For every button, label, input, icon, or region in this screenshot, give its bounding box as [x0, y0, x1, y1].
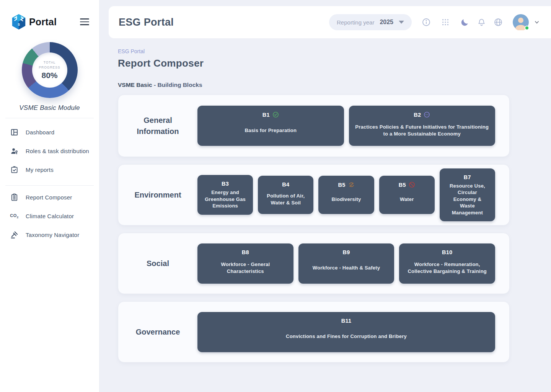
block-code: B10 [442, 249, 453, 255]
co2-icon: CO2 [10, 212, 19, 220]
block-title: Workforce - Health & Safety [313, 255, 380, 278]
progress-donut-center: TOTALPROGRESS 80% [32, 52, 67, 88]
row-environment: Environment B3 Energy and Greenhouse Gas… [118, 164, 510, 225]
progress-label: TOTALPROGRESS [39, 60, 60, 70]
breadcrumb[interactable]: ESG Portal [118, 48, 510, 54]
chevron-down-icon [399, 21, 404, 24]
block-code: B9 [342, 249, 350, 255]
block-title: Pollution of Air, Water & Soil [264, 188, 307, 209]
status-in-progress-icon [424, 111, 430, 118]
block-card-b10[interactable]: B10 Workforce - Remuneration, Collective… [399, 243, 495, 284]
module-label: VSME Basic Module [0, 104, 99, 112]
sidebar-item-climate-calculator[interactable]: CO2 Climate Calculator [0, 207, 99, 225]
sidebar-item-label: Climate Calculator [26, 213, 74, 219]
sidebar-item-dashboard[interactable]: Dashboard [0, 123, 99, 142]
block-title: Basis for Preparation [245, 118, 297, 140]
block-title: Workforce - Remuneration, Collective Bar… [405, 255, 489, 278]
page-title: Report Composer [118, 57, 510, 69]
logo-row: S Portal [0, 0, 99, 33]
row-label: Environment [118, 165, 197, 225]
block-code: B5 [338, 182, 345, 188]
block-title: Biodiversity [332, 188, 361, 209]
block-card-b11[interactable]: B11 Convictions and Fines for Corruption… [197, 312, 495, 352]
sidebar-item-roles[interactable]: Roles & task distribution [0, 142, 99, 160]
block-code: B2 [414, 112, 421, 118]
block-title: Resource Use, Circular Economy & Waste M… [446, 180, 489, 216]
section-title: VSME Basic - Building Blocks [118, 82, 510, 88]
avatar[interactable] [513, 14, 529, 30]
block-card-b2[interactable]: B2 Practices Policies & Future Initiativ… [349, 106, 496, 146]
building-blocks: General Information B1 Basis for Prepara… [118, 95, 510, 363]
row-cards: B3 Energy and Greenhouse Gas Emissions B… [197, 165, 509, 225]
sidebar-item-label: Report Composer [26, 194, 72, 201]
block-card-b1[interactable]: B1 Basis for Preparation [197, 106, 344, 146]
divider [5, 185, 94, 186]
block-card-b3[interactable]: B3 Energy and Greenhouse Gas Emissions [197, 175, 253, 215]
block-card-b5-biodiversity[interactable]: B5 Biodiversity [318, 176, 374, 214]
moon-icon[interactable] [460, 18, 469, 27]
icon-cluster [460, 18, 503, 27]
row-general-information: General Information B1 Basis for Prepara… [118, 95, 510, 157]
progress-value: 80% [41, 71, 57, 80]
online-status-dot [525, 26, 529, 30]
sidebar-nav: Dashboard Roles & task distribution [0, 121, 99, 244]
block-title: Water [400, 188, 414, 209]
divider [5, 118, 94, 118]
row-label: General Information [118, 95, 197, 157]
row-cards: B1 Basis for Preparation B2 [197, 95, 509, 157]
brand-name: Portal [29, 16, 80, 28]
reporting-year-value: 2025 [380, 19, 393, 26]
block-title: Energy and Greenhouse Gas Emissions [204, 187, 247, 209]
apps-grid-icon[interactable] [441, 18, 450, 27]
sidebar-item-my-reports[interactable]: My reports [0, 160, 99, 179]
globe-icon[interactable] [494, 18, 503, 27]
status-pending-changes-icon [348, 181, 355, 188]
section-title-strong: VSME Basic [118, 82, 152, 88]
section-title-rest: - Building Blocks [152, 82, 202, 88]
svg-text:S: S [18, 23, 20, 26]
block-code: B3 [222, 181, 229, 187]
block-title: Practices Policies & Future Initiatives … [355, 118, 489, 140]
row-cards: B11 Convictions and Fines for Corruption… [197, 302, 509, 362]
info-icon[interactable] [422, 18, 431, 27]
gavel-icon [10, 230, 19, 239]
reporting-year-label: Reporting year [337, 19, 374, 26]
block-card-b9[interactable]: B9 Workforce - Health & Safety [298, 243, 395, 284]
row-label: Social [118, 233, 197, 294]
sidebar-item-label: Taxonomy Navigator [26, 232, 79, 238]
sidebar-item-label: Roles & task distribution [26, 148, 89, 154]
row-cards: B8 Workforce - General Characteristics B… [197, 233, 509, 294]
sidebar: S Portal TOTALPROGRESS 80% VSME Basic Mo… [0, 0, 99, 392]
esg-cube-logo-icon: S [11, 14, 26, 30]
block-code: B4 [282, 181, 289, 188]
block-code: B5 [399, 182, 406, 188]
block-title: Workforce - General Characteristics [204, 255, 287, 278]
block-card-b4[interactable]: B4 Pollution of Air, Water & Soil [258, 176, 313, 214]
app-title: ESG Portal [119, 16, 329, 28]
block-code: B8 [242, 249, 249, 255]
my-reports-icon [10, 165, 19, 174]
status-complete-icon [272, 111, 279, 118]
topbar: ESG Portal Reporting year 2025 [109, 6, 551, 38]
block-card-b5-water[interactable]: B5 Water [379, 176, 435, 214]
block-code: B7 [464, 174, 471, 180]
block-card-b8[interactable]: B8 Workforce - General Characteristics [197, 243, 293, 284]
sidebar-item-label: Dashboard [26, 129, 54, 136]
status-blocked-icon [409, 181, 415, 188]
main-area: ESG Portal Reporting year 2025 [99, 0, 551, 392]
row-label: Governance [118, 302, 197, 362]
sidebar-item-report-composer[interactable]: Report Composer [0, 188, 99, 207]
row-social: Social B8 Workforce - General Characteri… [118, 233, 510, 294]
bell-icon[interactable] [477, 18, 486, 27]
block-card-b7[interactable]: B7 Resource Use, Circular Economy & Wast… [440, 168, 495, 222]
chevron-down-icon[interactable] [534, 20, 540, 25]
block-code: B11 [341, 318, 352, 324]
sidebar-item-taxonomy-navigator[interactable]: Taxonomy Navigator [0, 225, 99, 244]
reporting-year-select[interactable]: Reporting year 2025 [329, 14, 412, 30]
content: ESG Portal Report Composer VSME Basic - … [99, 38, 551, 370]
sidebar-item-label: My reports [26, 167, 54, 173]
block-code: B1 [262, 112, 270, 118]
row-governance: Governance B11 Convictions and Fines for… [118, 301, 510, 363]
roles-icon [10, 147, 19, 155]
menu-hamburger-icon[interactable] [80, 18, 89, 25]
